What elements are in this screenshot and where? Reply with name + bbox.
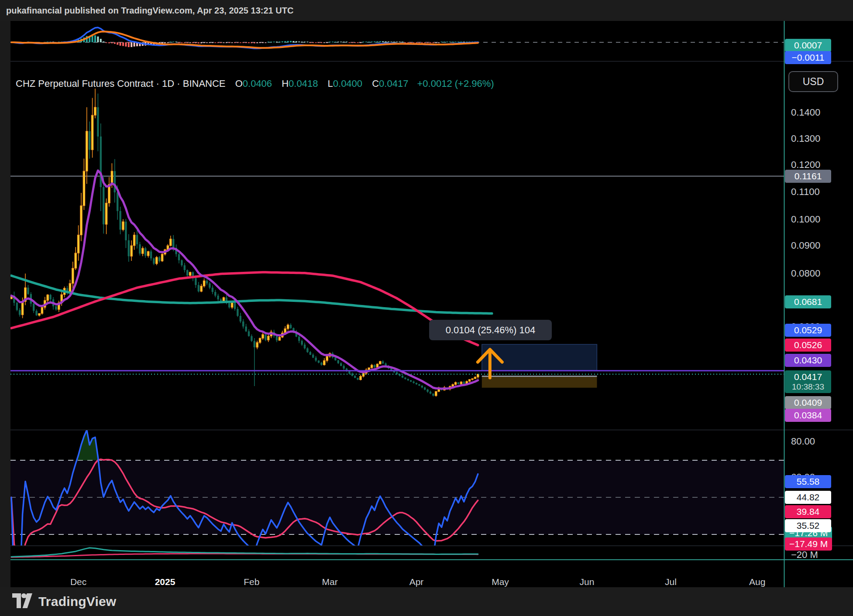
measure-tooltip-text: 0.0104 (25.46%) 104 [446, 325, 536, 336]
publish-info-text: pukafinancial published on TradingView.c… [6, 6, 293, 15]
price-axis-label: 0.0800 [791, 268, 820, 279]
price-axis-badge: 0.0007 [785, 39, 831, 52]
price-axis-badge: 0.0409 [785, 396, 831, 409]
publish-info-bar: pukafinancial published on TradingView.c… [0, 0, 853, 21]
close-label: C [372, 78, 379, 89]
price-axis-badge: 0.0529 [785, 324, 831, 337]
price-axis-label: 80.00 [791, 436, 815, 447]
price-axis-badge: 0.0526 [785, 339, 831, 352]
price-axis-badge: 0.0430 [785, 354, 831, 367]
time-axis-label: Feb [244, 577, 259, 587]
price-axis-badge: 39.84 [785, 505, 831, 518]
price-axis-badge: 44.82 [785, 491, 831, 504]
legend-separator-1: · [156, 78, 159, 89]
currency-label: USD [803, 76, 824, 88]
price-axis-badge: −0.0011 [785, 51, 831, 64]
tradingview-logo-icon[interactable] [12, 593, 32, 610]
time-axis-label: Mar [322, 577, 338, 587]
time-axis-label: 2025 [155, 577, 175, 587]
price-axis-label: 0.0900 [791, 240, 820, 251]
price-axis-label: 0.1300 [791, 133, 820, 144]
high-label: H [282, 78, 289, 89]
exchange-label: BINANCE [183, 78, 226, 89]
low-label: L [328, 78, 333, 89]
price-axis-badge: 0.0681 [785, 295, 831, 308]
change-value: +0.0012 (+2.96%) [417, 78, 494, 89]
time-axis-label: May [492, 577, 509, 587]
symbol-name[interactable]: CHZ Perpetual Futures Contract [16, 78, 153, 89]
price-axis-badge: −17.49 M [785, 537, 832, 551]
close-value: 0.0417 [379, 78, 408, 89]
time-axis-label: Dec [70, 577, 86, 587]
time-axis-label: Jul [665, 577, 677, 587]
price-axis-label: 0.1400 [791, 107, 820, 118]
tradingview-wordmark[interactable]: TradingView [38, 594, 116, 609]
chart-canvas[interactable] [0, 0, 853, 616]
measure-tooltip: 0.0104 (25.46%) 104 [429, 320, 552, 340]
interval-label[interactable]: 1D [162, 78, 174, 89]
price-axis-label: 0.1200 [791, 159, 820, 171]
open-label: O [235, 78, 243, 89]
price-axis-label: −20 M [791, 549, 818, 561]
price-axis-badge: 0.041710:38:33 [785, 370, 831, 393]
price-axis-label: 0.1100 [791, 186, 820, 198]
price-axis-badge: 35.52 [785, 519, 831, 532]
time-axis-label: Apr [409, 577, 424, 587]
low-value: 0.0400 [333, 78, 362, 89]
price-axis-badge: 55.58 [785, 475, 831, 488]
price-axis-label: 0.1000 [791, 214, 820, 225]
currency-toggle-button[interactable]: USD [788, 71, 838, 92]
footer-bar: TradingView [0, 587, 853, 616]
tradingview-published-chart: pukafinancial published on TradingView.c… [0, 0, 853, 616]
price-axis-badge: 0.0384 [785, 409, 831, 422]
legend-separator-2: · [177, 78, 180, 89]
symbol-legend: CHZ Perpetual Futures Contract · 1D · BI… [16, 78, 494, 89]
price-axis-badge: 0.1161 [785, 170, 831, 183]
open-value: 0.0406 [243, 78, 272, 89]
high-value: 0.0418 [289, 78, 318, 89]
time-axis-label: Jun [579, 577, 594, 587]
time-axis-label: Aug [749, 577, 765, 587]
